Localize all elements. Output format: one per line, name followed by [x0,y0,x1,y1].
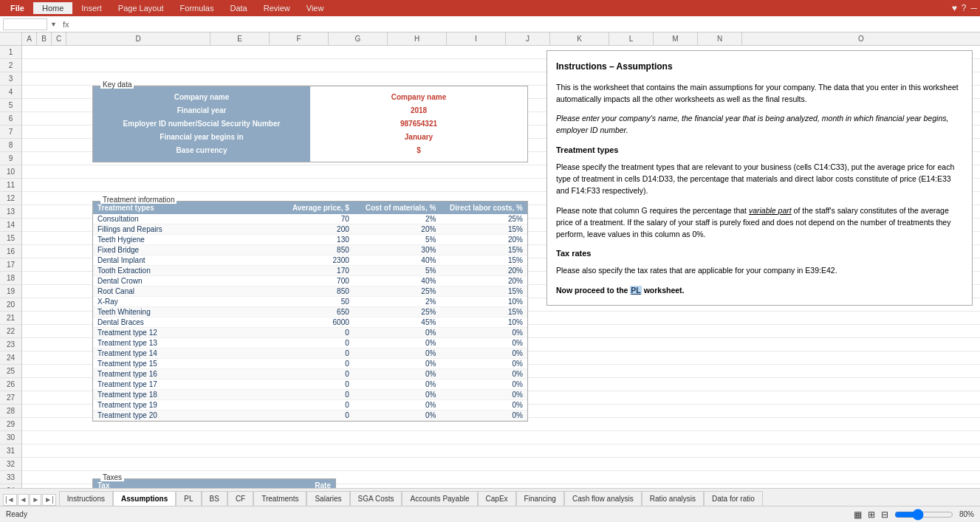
col-header-a[interactable]: A [22,32,37,45]
treatment-cell[interactable]: Tooth Extraction [93,266,267,276]
treatment-cell[interactable]: Treatment type 14 [93,348,267,359]
col-header-h[interactable]: H [388,32,447,45]
treatment-cell[interactable]: 850 [267,245,354,255]
col-header-c[interactable]: C [52,32,66,45]
treatment-cell[interactable]: 20% [440,276,527,286]
treatment-cell[interactable]: 20% [440,266,527,276]
treatment-cell[interactable]: 170 [267,266,354,276]
treatment-cell[interactable]: 25% [354,286,441,297]
treatment-cell[interactable]: 70 [267,214,354,224]
col-header-l[interactable]: L [609,32,654,45]
treatment-row[interactable]: Treatment type 1300%0% [93,338,527,348]
treatment-cell[interactable]: 40% [354,276,441,286]
treatment-row[interactable]: Teeth Hygiene1305%20% [93,235,527,245]
treatment-row[interactable]: Dental Braces600045%10% [93,317,527,328]
treatment-row[interactable]: Treatment type 1900%0% [93,400,527,411]
treatment-row[interactable]: Dental Implant230040%15% [93,255,527,266]
treatment-cell[interactable]: Treatment type 17 [93,380,267,390]
treatment-cell[interactable]: 200 [267,224,354,235]
treatment-cell[interactable]: 15% [440,307,527,317]
treatment-cell[interactable]: 700 [267,276,354,286]
treatment-cell[interactable]: 0 [267,380,354,390]
treatment-cell[interactable]: X-Ray [93,297,267,307]
ribbon-tab-view[interactable]: View [299,2,332,14]
treatment-cell[interactable]: 0 [267,359,354,369]
treatment-row[interactable]: Treatment type 1800%0% [93,390,527,400]
normal-view-icon[interactable]: ▦ [854,509,862,520]
treatment-cell[interactable]: 30% [354,245,441,255]
treatment-cell[interactable]: Teeth Whitening [93,307,267,317]
treatment-cell[interactable]: 0% [440,359,527,369]
treatment-cell[interactable]: 0% [354,369,441,380]
col-header-i[interactable]: I [447,32,506,45]
key-data-right[interactable]: Company name 2018 987654321 January $ [310,86,527,162]
sheet-tab-instructions[interactable]: Instructions [59,491,113,506]
tab-nav-prev[interactable]: ◄ [18,494,30,506]
col-header-f[interactable]: F [270,32,329,45]
tab-nav-first[interactable]: |◄ [3,494,17,506]
treatment-cell[interactable]: 0% [440,338,527,348]
col-header-k[interactable]: K [550,32,609,45]
treatment-row[interactable]: Consultation702%25% [93,214,527,224]
treatment-row[interactable]: Fixed Bridge85030%15% [93,245,527,255]
treatment-cell[interactable]: Teeth Hygiene [93,235,267,245]
treatment-cell[interactable]: 15% [440,245,527,255]
treatment-cell[interactable]: 0 [267,338,354,348]
sheet-tab-sga-costs[interactable]: SGA Costs [350,491,402,506]
treatment-cell[interactable]: Treatment type 18 [93,390,267,400]
col-header-n[interactable]: N [698,32,742,45]
tab-nav-last[interactable]: ►| [42,494,56,506]
treatment-cell[interactable]: Consultation [93,214,267,224]
treatment-cell[interactable]: 0 [267,328,354,338]
treatment-cell[interactable]: 10% [440,317,527,328]
col-header-j[interactable]: J [506,32,550,45]
treatment-cell[interactable]: 0% [354,338,441,348]
treatment-cell[interactable]: 0% [440,328,527,338]
col-header-d[interactable]: D [66,32,210,45]
pl-link[interactable]: PL [630,286,641,295]
treatment-cell[interactable]: 45% [354,317,441,328]
col-header-b[interactable]: B [37,32,52,45]
treatment-cell[interactable]: 6000 [267,317,354,328]
treatment-row[interactable]: Treatment type 2000%0% [93,411,527,421]
formula-input[interactable] [75,20,977,29]
sheet-tab-pl[interactable]: PL [176,491,201,506]
treatment-row[interactable]: Fillings and Repairs20020%15% [93,224,527,235]
minimize-icon[interactable]: ─ [970,3,977,13]
treatment-cell[interactable]: 0% [440,390,527,400]
treatment-row[interactable]: Treatment type 1600%0% [93,369,527,380]
treatment-row[interactable]: Treatment type 1400%0% [93,348,527,359]
treatment-row[interactable]: Treatment type 1700%0% [93,380,527,390]
treatment-row[interactable]: Teeth Whitening65025%15% [93,307,527,317]
page-break-icon[interactable]: ⊟ [881,509,888,520]
treatment-cell[interactable]: Treatment type 20 [93,411,267,421]
treatment-cell[interactable]: 2% [354,214,441,224]
treatment-row[interactable]: Treatment type 1500%0% [93,359,527,369]
treatment-cell[interactable]: 650 [267,307,354,317]
treatment-row[interactable]: X-Ray502%10% [93,297,527,307]
col-header-g[interactable]: G [329,32,388,45]
treatment-cell[interactable]: Dental Braces [93,317,267,328]
treatment-cell[interactable]: 25% [354,307,441,317]
treatment-cell[interactable]: 0% [440,411,527,421]
treatment-cell[interactable]: 850 [267,286,354,297]
kd-val-4[interactable]: January [316,131,521,144]
kd-val-5[interactable]: $ [316,144,521,157]
treatment-cell[interactable]: Fixed Bridge [93,245,267,255]
treatment-cell[interactable]: 130 [267,235,354,245]
treatment-cell[interactable]: 15% [440,286,527,297]
treatment-cell[interactable]: 5% [354,266,441,276]
treatment-cell[interactable]: 0% [354,359,441,369]
treatment-cell[interactable]: 0% [354,390,441,400]
ribbon-tab-review[interactable]: Review [256,2,298,14]
treatment-cell[interactable]: Fillings and Repairs [93,224,267,235]
treatment-cell[interactable]: Treatment type 15 [93,359,267,369]
treatment-row[interactable]: Treatment type 1200%0% [93,328,527,338]
name-box[interactable]: H46 [3,18,47,30]
sheet-tab-financing[interactable]: Financing [516,491,564,506]
treatment-cell[interactable]: 0 [267,400,354,411]
treatment-cell[interactable]: 20% [354,224,441,235]
treatment-cell[interactable]: Treatment type 19 [93,400,267,411]
page-layout-icon[interactable]: ⊞ [868,509,875,520]
treatment-cell[interactable]: 0% [354,400,441,411]
